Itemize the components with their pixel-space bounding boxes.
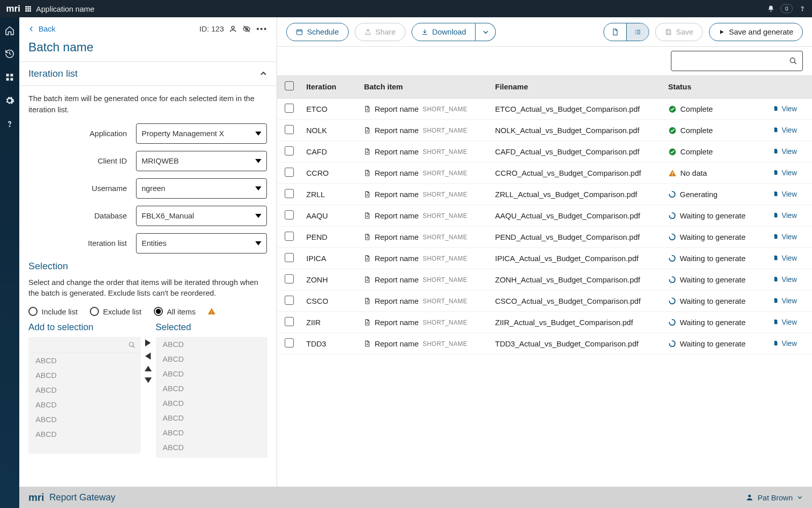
list-item[interactable]: ABCD <box>156 410 268 425</box>
select-all-checkbox[interactable] <box>285 81 294 90</box>
view-link[interactable]: View <box>773 233 797 241</box>
schedule-button[interactable]: Schedule <box>286 23 349 41</box>
history-icon[interactable] <box>5 49 15 59</box>
row-checkbox[interactable] <box>285 125 294 134</box>
iteration-select[interactable]: Entities <box>136 233 267 253</box>
help-sidebar-icon[interactable] <box>5 119 15 129</box>
search-input[interactable] <box>671 51 803 71</box>
database-label: Database <box>28 211 136 220</box>
row-checkbox[interactable] <box>285 189 294 198</box>
cell-batch: Report name SHORT_NAME <box>364 254 485 263</box>
view-link[interactable]: View <box>773 339 797 347</box>
view-link[interactable]: View <box>773 297 797 305</box>
row-checkbox[interactable] <box>285 168 294 177</box>
application-select[interactable]: Property Management X <box>136 123 267 144</box>
row-checkbox[interactable] <box>285 104 294 113</box>
status-icon <box>668 190 676 198</box>
svg-rect-24 <box>366 152 368 153</box>
home-icon[interactable] <box>5 25 15 36</box>
list-item[interactable]: ABCD <box>28 427 141 441</box>
radio-exclude[interactable]: Exclude list <box>90 307 142 316</box>
table-row: CCROReport name SHORT_NAMECCRO_Actual_vs… <box>277 163 812 184</box>
download-dropdown[interactable] <box>476 23 496 41</box>
cell-status: Generating <box>668 190 763 199</box>
username-select[interactable]: ngreen <box>136 178 267 199</box>
clientid-select[interactable]: MRIQWEB <box>136 151 267 171</box>
view-link[interactable]: View <box>773 105 797 113</box>
list-item[interactable]: ABCD <box>156 337 268 352</box>
bell-icon[interactable] <box>767 5 774 12</box>
hidden-icon[interactable] <box>242 25 251 33</box>
row-checkbox[interactable] <box>285 232 294 241</box>
view-link[interactable]: View <box>773 275 797 283</box>
row-checkbox[interactable] <box>285 274 294 283</box>
status-icon <box>668 169 676 177</box>
cell-iteration: TDD3 <box>301 333 359 355</box>
iteration-label: Iteration list <box>28 239 136 247</box>
svg-rect-14 <box>637 31 640 32</box>
list-item[interactable]: ABCD <box>156 396 268 410</box>
list-item[interactable]: ABCD <box>156 381 268 396</box>
back-button[interactable]: Back <box>28 24 55 33</box>
svg-rect-27 <box>366 174 368 174</box>
list-item[interactable]: ABCD <box>156 440 268 455</box>
row-checkbox[interactable] <box>285 146 294 155</box>
list-item[interactable]: ABCD <box>156 425 268 440</box>
move-up-button[interactable] <box>145 366 152 371</box>
iteration-section-header[interactable]: Iteration list <box>19 62 277 86</box>
save-button: Save <box>655 23 703 41</box>
svg-point-12 <box>635 33 636 34</box>
view-link[interactable]: View <box>773 254 797 262</box>
grid-icon[interactable] <box>5 72 15 82</box>
view-link[interactable]: View <box>773 169 797 177</box>
view-link[interactable]: View <box>773 190 797 198</box>
col-status: Status <box>663 75 768 99</box>
list-item[interactable]: ABCD <box>28 383 141 397</box>
svg-rect-44 <box>366 344 368 344</box>
list-item[interactable]: ABCD <box>28 397 141 412</box>
table-row: IPICAReport name SHORT_NAMEIPICA_Actual_… <box>277 248 812 269</box>
row-checkbox[interactable] <box>285 338 294 347</box>
radio-include[interactable]: Include list <box>28 307 78 316</box>
download-button[interactable]: Download <box>412 23 476 41</box>
save-generate-button[interactable]: Save and generate <box>709 23 803 41</box>
move-left-button[interactable] <box>145 353 151 360</box>
view-link[interactable]: View <box>773 147 797 155</box>
row-checkbox[interactable] <box>285 210 294 219</box>
view-link[interactable]: View <box>773 318 797 326</box>
add-list-search[interactable] <box>28 337 141 353</box>
view-toggle <box>603 23 649 41</box>
move-down-button[interactable] <box>145 377 152 383</box>
database-select[interactable]: FBLX6_Manual <box>136 206 267 226</box>
list-item[interactable]: ABCD <box>28 368 141 383</box>
app-switcher-icon[interactable] <box>25 6 31 12</box>
cell-batch: Report name SHORT_NAME <box>364 297 485 305</box>
view-list[interactable] <box>626 23 649 41</box>
view-link[interactable]: View <box>773 211 797 219</box>
list-item[interactable]: ABCD <box>156 366 268 381</box>
row-checkbox[interactable] <box>285 253 294 262</box>
svg-rect-15 <box>637 33 640 34</box>
cell-status: Waiting to generate <box>668 318 763 327</box>
cell-filename: PEND_Actual_vs_Budget_Comparison.pdf <box>490 227 663 248</box>
footer-title: Report Gateway <box>49 492 115 503</box>
user-menu[interactable]: Pat Brown <box>746 493 803 502</box>
list-item[interactable]: ABCD <box>28 412 141 427</box>
row-checkbox[interactable] <box>285 317 294 326</box>
svg-rect-35 <box>366 238 368 238</box>
row-checkbox[interactable] <box>285 296 294 305</box>
notif-count-badge[interactable]: 0 <box>781 4 793 13</box>
list-item[interactable]: ABCD <box>156 352 268 366</box>
move-right-button[interactable] <box>145 339 151 346</box>
table-row: CAFDReport name SHORT_NAMECAFD_Actual_vs… <box>277 141 812 163</box>
user-icon[interactable] <box>229 25 237 33</box>
svg-rect-9 <box>297 29 302 34</box>
help-icon[interactable] <box>799 5 806 12</box>
more-icon[interactable]: ••• <box>256 24 267 33</box>
list-item[interactable]: ABCD <box>28 353 141 368</box>
view-link[interactable]: View <box>773 126 797 134</box>
gear-icon[interactable] <box>5 96 15 106</box>
svg-point-0 <box>802 10 803 11</box>
radio-all[interactable]: All items <box>154 307 196 316</box>
view-doc[interactable] <box>604 23 626 41</box>
